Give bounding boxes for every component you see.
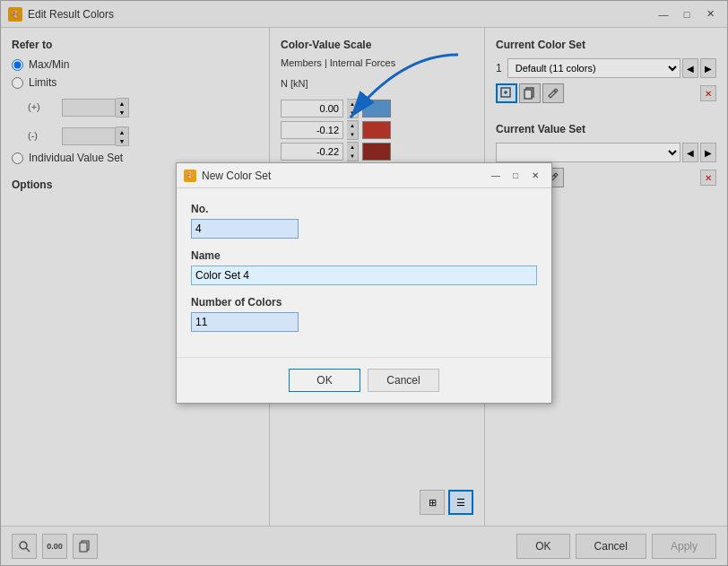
modal-title-bar: 🎨 New Color Set — □ ✕	[177, 163, 551, 188]
modal-minimize-btn[interactable]: —	[487, 167, 505, 185]
no-field-label: No.	[191, 203, 537, 215]
modal-window: 🎨 New Color Set — □ ✕ No. Name	[176, 162, 552, 404]
modal-body: No. Name Number of Colors	[177, 188, 551, 357]
numcolors-field-group: Number of Colors	[191, 296, 537, 332]
main-window: 🎨 Edit Result Colors — □ ✕ Refer to Max/…	[0, 0, 728, 566]
modal-ok-button[interactable]: OK	[289, 369, 360, 392]
no-field-group: No.	[191, 203, 537, 239]
no-field-input[interactable]	[191, 219, 299, 239]
numcolors-field-input[interactable]	[191, 312, 299, 332]
modal-app-icon: 🎨	[184, 170, 196, 182]
name-field-label: Name	[191, 249, 537, 262]
modal-close-btn[interactable]: ✕	[526, 167, 544, 185]
name-field-input[interactable]	[191, 266, 537, 285]
modal-title: New Color Set	[202, 170, 487, 182]
name-field-group: Name	[191, 249, 537, 285]
modal-overlay: 🎨 New Color Set — □ ✕ No. Name	[1, 1, 727, 565]
modal-title-controls: — □ ✕	[487, 167, 544, 185]
arrow-annotation	[315, 46, 494, 153]
modal-footer: OK Cancel	[177, 357, 551, 403]
numcolors-field-label: Number of Colors	[191, 296, 537, 309]
modal-maximize-btn[interactable]: □	[507, 167, 524, 185]
modal-cancel-button[interactable]: Cancel	[368, 369, 439, 392]
